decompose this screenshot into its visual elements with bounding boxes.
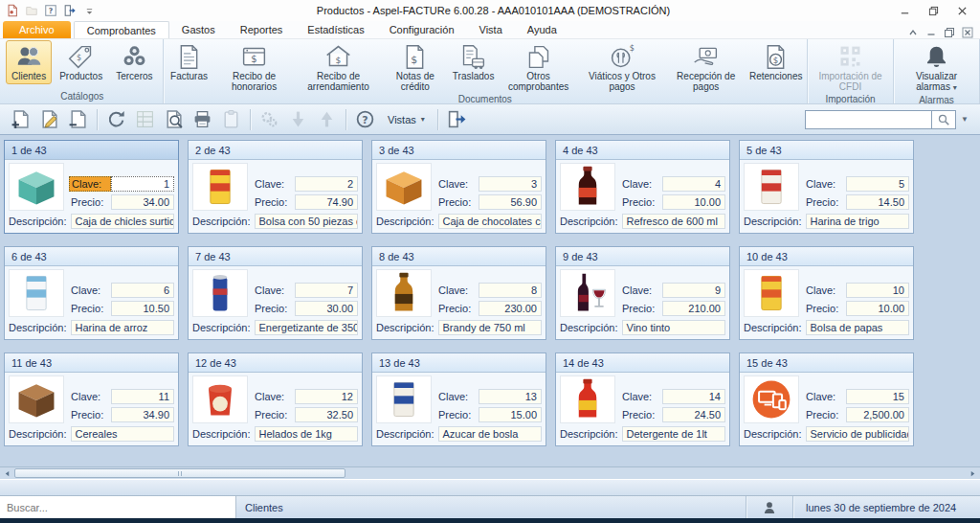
ribbon-button-recibo-de-arrendamiento[interactable]: $Recibo de arrendamiento: [298, 40, 380, 94]
print-button[interactable]: [189, 107, 216, 132]
descripcion-value[interactable]: Servicio de publicidad: [806, 426, 909, 442]
search-options-caret-icon[interactable]: ▼: [956, 115, 973, 124]
descripcion-value[interactable]: Energetizante de 350 ml: [255, 320, 358, 335]
clave-value[interactable]: 1: [111, 176, 174, 192]
product-card[interactable]: 12 de 43Clave:12Precio:32.50Descripción:…: [188, 352, 363, 446]
menu-tab-ayuda[interactable]: Ayuda: [515, 21, 569, 38]
new-record-button[interactable]: [7, 107, 34, 132]
clave-value[interactable]: 12: [295, 389, 358, 404]
clave-value[interactable]: 6: [111, 283, 174, 298]
new-doc-red-icon[interactable]: [5, 3, 20, 18]
precio-value[interactable]: 30.00: [295, 301, 358, 316]
precio-value[interactable]: 74.90: [295, 194, 358, 210]
precio-value[interactable]: 10.50: [111, 301, 174, 316]
product-card[interactable]: 9 de 43Clave:9Precio:210.00Descripción:V…: [555, 246, 730, 340]
mdi-restore-icon[interactable]: [944, 27, 955, 38]
ribbon-button-otros-comprobantes[interactable]: Otros comprobantes: [498, 40, 579, 94]
qat-caret-icon[interactable]: [81, 3, 97, 18]
mdi-close-icon[interactable]: [962, 27, 973, 38]
ribbon-button-notas-de-credito[interactable]: $Notas de crédito: [382, 40, 450, 94]
product-card[interactable]: 13 de 43Clave:13Precio:15.00Descripción:…: [371, 352, 546, 446]
preview-button[interactable]: [160, 107, 188, 132]
descripcion-value[interactable]: Harina de trigo: [806, 214, 909, 229]
clave-value[interactable]: 5: [846, 176, 909, 192]
precio-value[interactable]: 34.00: [111, 194, 174, 210]
ribbon-button-traslados[interactable]: Traslados: [451, 40, 496, 84]
ribbon-button-viaticos-y-otros-pagos[interactable]: $Viáticos y Otros pagos: [581, 40, 663, 94]
descripcion-value[interactable]: Bolsa con 50 piezas de paleta: [255, 214, 358, 229]
precio-value[interactable]: 32.50: [295, 407, 358, 422]
precio-value[interactable]: 230.00: [479, 301, 542, 316]
menu-tab-gastos[interactable]: Gastos: [169, 21, 228, 38]
close-button[interactable]: [947, 1, 976, 20]
mdi-minimize-icon[interactable]: [925, 27, 937, 38]
ribbon-button-recepcion-de-pagos[interactable]: Recepción de pagos: [665, 40, 746, 94]
product-card[interactable]: 5 de 43Clave:5Precio:14.50Descripción:Ha…: [739, 140, 914, 234]
descripcion-value[interactable]: Brandy de 750 ml: [438, 320, 542, 335]
ribbon-button-clientes[interactable]: Clientes: [6, 40, 52, 84]
ribbon-button-facturas[interactable]: Facturas: [167, 40, 212, 84]
menu-tab-vista[interactable]: Vista: [467, 21, 515, 38]
descripcion-value[interactable]: Caja de chicles surtida.: [71, 214, 174, 229]
product-card[interactable]: 7 de 43Clave:7Precio:30.00Descripción:En…: [188, 246, 363, 340]
product-card[interactable]: 11 de 43Clave:11Precio:34.90Descripción:…: [4, 352, 179, 446]
open-doc-icon[interactable]: [24, 3, 39, 18]
product-card[interactable]: 14 de 43Clave:14Precio:24.50Descripción:…: [555, 352, 730, 446]
clave-value[interactable]: 7: [295, 283, 358, 298]
menu-tab-estadisticas[interactable]: Estadísticas: [295, 21, 376, 38]
scroll-right-arrow-icon[interactable]: [967, 467, 979, 479]
menu-tab-configuracion[interactable]: Configuración: [377, 21, 467, 38]
descripcion-value[interactable]: Helados de 1kg: [255, 426, 358, 442]
scroll-left-arrow-icon[interactable]: [1, 467, 13, 479]
precio-value[interactable]: 24.50: [662, 407, 725, 422]
vistas-dropdown[interactable]: Vistas▾: [380, 107, 433, 132]
ribbon-button-visualizar-alarmas[interactable]: Visualizar alarmas ▾: [898, 40, 975, 95]
ribbon-button-terceros[interactable]: Terceros: [110, 40, 158, 84]
ribbon-button-recibo-de-honorarios[interactable]: $Recibo de honorarios: [213, 40, 296, 94]
descripcion-value[interactable]: Vino tinto: [622, 320, 725, 335]
minimize-button[interactable]: [890, 1, 919, 20]
descripcion-value[interactable]: Caja de chocolates con 30 piezas: [438, 214, 542, 229]
clave-value[interactable]: 8: [479, 283, 542, 298]
clave-value[interactable]: 10: [846, 283, 909, 298]
clave-value[interactable]: 3: [479, 176, 542, 192]
search-button[interactable]: [931, 110, 956, 129]
precio-value[interactable]: 10.00: [662, 194, 725, 210]
precio-value[interactable]: 56.90: [479, 194, 542, 210]
scrollbar-thumb[interactable]: [14, 468, 345, 478]
precio-value[interactable]: 15.00: [479, 407, 542, 422]
menu-tab-archivo[interactable]: Archivo: [3, 21, 71, 38]
horizontal-scrollbar[interactable]: [0, 466, 980, 479]
product-card[interactable]: 4 de 43Clave:4Precio:10.00Descripción:Re…: [555, 140, 730, 234]
product-card[interactable]: 10 de 43Clave:10Precio:10.00Descripción:…: [739, 246, 914, 340]
exit-door-icon[interactable]: [62, 3, 78, 18]
product-card[interactable]: 6 de 43Clave:6Precio:10.50Descripción:Ha…: [4, 246, 179, 340]
quick-search-input[interactable]: [0, 496, 236, 518]
product-card[interactable]: 15 de 43Clave:15Precio:2,500.00Descripci…: [739, 352, 914, 446]
descripcion-value[interactable]: Cereales: [71, 426, 174, 442]
clave-value[interactable]: 2: [295, 176, 358, 192]
clave-value[interactable]: 9: [662, 283, 725, 298]
restore-button[interactable]: [919, 1, 947, 20]
collapse-ribbon-icon[interactable]: [907, 27, 919, 38]
edit-record-button[interactable]: [35, 107, 63, 132]
precio-value[interactable]: 10.00: [846, 301, 909, 316]
precio-value[interactable]: 210.00: [662, 301, 725, 316]
menu-tab-comprobantes[interactable]: Comprobantes: [74, 21, 169, 38]
help-button[interactable]: ?: [351, 107, 379, 132]
clave-value[interactable]: 15: [846, 389, 909, 404]
precio-value[interactable]: 34.90: [111, 407, 174, 422]
product-card[interactable]: 3 de 43Clave:3Precio:56.90Descripción:Ca…: [371, 140, 546, 234]
close-module-button[interactable]: [443, 107, 471, 132]
precio-value[interactable]: 14.50: [846, 194, 909, 210]
menu-tab-reportes[interactable]: Reportes: [228, 21, 296, 38]
ribbon-button-productos[interactable]: $Productos: [54, 40, 108, 84]
delete-record-button[interactable]: [64, 107, 92, 132]
descripcion-value[interactable]: Bolsa de papas: [806, 320, 909, 335]
clave-value[interactable]: 13: [479, 389, 542, 404]
product-card[interactable]: 1 de 43Clave:1Precio:34.00Descripción:Ca…: [4, 140, 179, 234]
descripcion-value[interactable]: Detergente de 1lt: [622, 426, 725, 442]
descripcion-value[interactable]: Azucar de bosla: [438, 426, 542, 442]
refresh-button[interactable]: [102, 107, 130, 132]
clave-value[interactable]: 4: [662, 176, 725, 192]
